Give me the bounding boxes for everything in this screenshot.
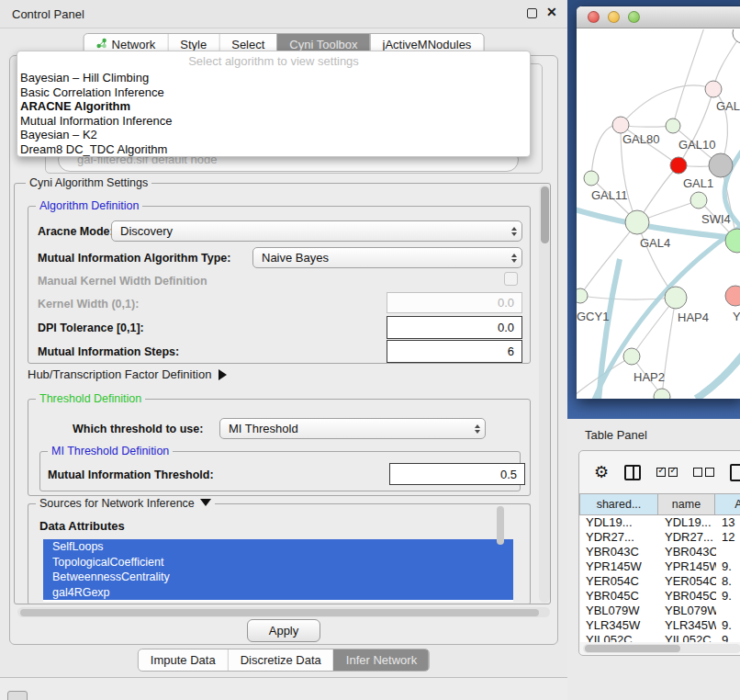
which-threshold-value: MI Threshold: [229, 422, 298, 435]
network-node-swi4[interactable]: [690, 192, 707, 209]
sources-group: Sources for Network Inference Data Attri…: [28, 503, 531, 604]
aracne-mode-combo[interactable]: Discovery: [111, 220, 522, 242]
attribute-selfloops[interactable]: SelfLoops: [43, 539, 513, 555]
network-canvas[interactable]: GALGAL80GAL10GAL1GAL11SWI4GAL4GCY1HAP4YH…: [577, 29, 740, 399]
table-row[interactable]: YBL079WYBL079W: [580, 604, 740, 618]
which-threshold-combo[interactable]: MI Threshold: [219, 418, 486, 439]
document-icon[interactable]: [730, 464, 740, 481]
stepper-icon: [511, 227, 517, 236]
dropdown-placeholder: Select algorithm to view settings: [17, 54, 530, 68]
tab-label: Cyni Toolbox: [289, 38, 357, 51]
settings-horizontal-scrollbar[interactable]: [17, 607, 550, 617]
table-horizontal-scrollbar[interactable]: [583, 644, 740, 653]
table-row[interactable]: YBR043CYBR043C: [580, 545, 740, 559]
algorithm-definition-group: Algorithm Definition Aracne Mode: Discov…: [28, 206, 531, 364]
table-cell: 9.: [716, 589, 740, 604]
network-node[interactable]: [654, 389, 670, 399]
hub-definition-expander[interactable]: Hub/Transcription Factor Definition: [28, 367, 227, 381]
settings-legend: Cyni Algorithm Settings: [26, 176, 151, 189]
network-window-titlebar[interactable]: [577, 6, 740, 28]
scrollbar-thumb[interactable]: [541, 186, 549, 243]
table-cell: YLR345W: [659, 618, 716, 633]
table-cell: YPR145W: [659, 559, 716, 574]
dropdown-item-dream8-dc-tdc-algorithm[interactable]: Dream8 DC_TDC Algorithm: [20, 142, 527, 157]
network-node-gal[interactable]: [705, 81, 722, 97]
bottom-tab-discretize-data[interactable]: Discretize Data: [228, 649, 333, 671]
minimize-traffic-light[interactable]: [608, 11, 620, 23]
network-node[interactable]: [733, 29, 740, 43]
table-row[interactable]: YPR145WYPR145W9.: [580, 559, 740, 574]
gear-icon[interactable]: ⚙: [594, 464, 609, 480]
apply-button[interactable]: Apply: [247, 619, 320, 642]
scrollbar-thumb[interactable]: [585, 645, 680, 652]
column-header-a[interactable]: A: [715, 493, 740, 515]
node-label-y: Y: [733, 310, 740, 323]
table-row[interactable]: YDR27...YDR27...12: [580, 530, 740, 545]
table-row[interactable]: YIL052CYIL052C9.: [580, 633, 740, 642]
network-node[interactable]: [666, 119, 680, 133]
threshold-definition-legend: Threshold Definition: [36, 392, 145, 405]
attribute-list-scrollbar[interactable]: [497, 506, 504, 545]
select-all-columns-icon[interactable]: [656, 468, 678, 477]
zoom-traffic-light[interactable]: [628, 11, 640, 23]
deselect-all-columns-icon[interactable]: [693, 468, 714, 477]
mi-type-combo[interactable]: Naive Bayes: [252, 247, 522, 268]
stepper-icon: [475, 424, 480, 434]
network-node-gcy1[interactable]: [577, 288, 588, 303]
close-traffic-light[interactable]: [588, 11, 600, 23]
dropdown-item-basic-correlation-inference[interactable]: Basic Correlation Inference: [20, 85, 527, 100]
columns-icon[interactable]: [624, 465, 641, 480]
table-row[interactable]: YER054CYER054C8.: [580, 574, 740, 589]
dropdown-item-aracne-algorithm[interactable]: ARACNE Algorithm: [20, 99, 527, 114]
data-attributes-list[interactable]: SelfLoopsTopologicalCoefficientBetweenne…: [43, 539, 513, 602]
manual-kernel-checkbox[interactable]: [504, 272, 518, 286]
network-node-hap2[interactable]: [623, 348, 640, 365]
mi-threshold-field[interactable]: 0.5: [389, 463, 525, 485]
node-table: ⚙ shared...nameA YDL19...YDL19...13YDR27…: [578, 450, 740, 656]
tab-label: jActiveMNodules: [383, 38, 472, 51]
column-header-shared[interactable]: shared...: [579, 493, 658, 515]
table-cell: YBR043C: [659, 545, 716, 559]
network-node-gal10[interactable]: [709, 153, 733, 177]
attribute-topologicalcoefficient[interactable]: TopologicalCoefficient: [43, 555, 513, 570]
bottom-tab-infer-network[interactable]: Infer Network: [333, 649, 429, 671]
mi-type-label: Mutual Information Algorithm Type:: [38, 252, 230, 265]
expand-right-icon: [219, 369, 227, 380]
network-node-gal4[interactable]: [625, 210, 649, 234]
scrollbar-thumb[interactable]: [20, 609, 539, 616]
close-icon[interactable]: ✕: [546, 5, 557, 19]
network-node-hap4[interactable]: [665, 287, 687, 309]
network-node-gal1[interactable]: [670, 157, 687, 174]
settings-vertical-scrollbar[interactable]: [539, 185, 550, 603]
node-label-gal80: GAL80: [622, 132, 659, 146]
table-row[interactable]: YBR045CYBR045C9.: [580, 589, 740, 604]
network-node-gal11[interactable]: [584, 171, 599, 186]
network-node[interactable]: [725, 229, 740, 253]
dropdown-item-mutual-information-inference[interactable]: Mutual Information Inference: [20, 114, 527, 129]
table-header-row: shared...nameA: [579, 493, 740, 515]
table-toolbar: ⚙: [579, 451, 740, 493]
bottom-tab-impute-data[interactable]: Impute Data: [139, 649, 228, 671]
node-label-hap4: HAP4: [678, 310, 709, 324]
table-row[interactable]: YDL19...YDL19...13: [580, 515, 740, 530]
dpi-tolerance-field[interactable]: 0.0: [387, 316, 522, 339]
table-row[interactable]: YLR345WYLR345W9.: [580, 618, 740, 633]
float-window-icon[interactable]: [527, 8, 537, 18]
control-panel-titlebar: Control Panel ✕: [0, 0, 567, 28]
mi-steps-field[interactable]: 6: [387, 340, 522, 363]
kernel-width-field[interactable]: 0.0: [387, 292, 522, 313]
kernel-width-value: 0.0: [498, 296, 514, 310]
attribute-gal4rgexp[interactable]: gal4RGexp: [43, 585, 513, 601]
hub-definition-label: Hub/Transcription Factor Definition: [28, 367, 211, 381]
dropdown-item-bayesian-hill-climbing[interactable]: Bayesian – Hill Climbing: [20, 71, 527, 85]
network-node-gal80[interactable]: [612, 117, 629, 133]
table-cell: YPR145W: [580, 559, 659, 574]
sources-legend[interactable]: Sources for Network Inference: [36, 497, 215, 510]
table-cell: YDL19...: [659, 515, 716, 530]
attribute-betweennesscentrality[interactable]: BetweennessCentrality: [43, 570, 513, 585]
network-node-y[interactable]: [725, 286, 740, 306]
column-header-name[interactable]: name: [658, 493, 715, 515]
dropdown-item-bayesian-k2[interactable]: Bayesian – K2: [20, 128, 527, 142]
bottom-left-mini-button[interactable]: [7, 691, 28, 700]
mi-steps-value: 6: [508, 344, 514, 358]
